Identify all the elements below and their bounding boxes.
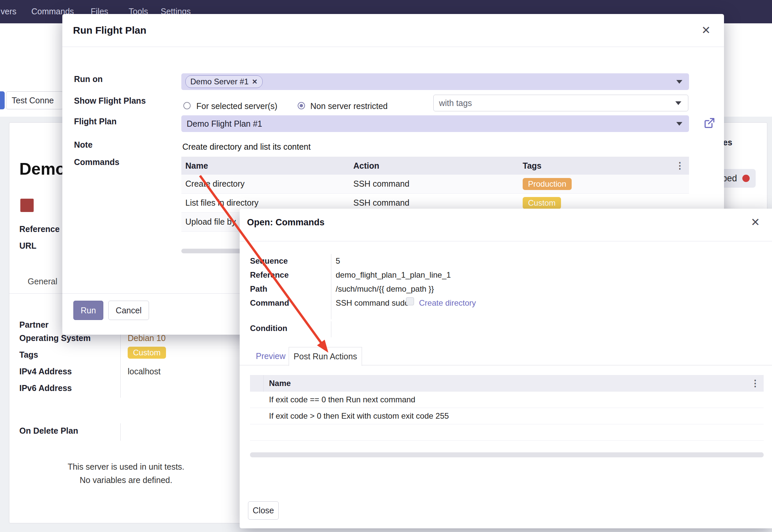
run-modal-title: Run Flight Plan — [73, 25, 146, 36]
server-chip-label: Demo Server #1 — [190, 77, 249, 86]
row-name: List files in directory — [185, 198, 259, 208]
row-tag-badge: Production — [523, 178, 572, 190]
partner-label: Partner — [19, 320, 49, 330]
flight-plan-select[interactable]: Demo Flight Plan #1 — [181, 115, 689, 132]
action-row[interactable]: If exit code > 0 then Exit with custom e… — [250, 408, 764, 424]
partial-blue-button[interactable] — [0, 91, 5, 109]
close-button[interactable]: Close — [248, 501, 279, 520]
commands-table-header: Name Action Tags ⋮ — [181, 157, 689, 175]
table-row[interactable]: Create directory SSH command Production — [181, 175, 689, 194]
close-icon[interactable]: ✕ — [701, 25, 711, 36]
selector-column — [250, 375, 264, 392]
col-name: Name — [185, 161, 208, 171]
chevron-down-icon — [675, 101, 681, 105]
col-name: Name — [269, 379, 291, 388]
actions-table-header: Name ⋮ — [250, 375, 764, 392]
reference-label: Reference — [250, 270, 289, 280]
commands-modal-title: Open: Commands — [247, 217, 325, 228]
right-partial-text: es — [723, 138, 732, 147]
command-link[interactable]: Create directory — [419, 298, 476, 308]
command-value: SSH command sudo — [336, 298, 409, 308]
run-on-select[interactable]: Demo Server #1 ✕ — [181, 73, 689, 90]
on-delete-plan-label: On Delete Plan — [19, 426, 78, 436]
condition-divider — [331, 321, 331, 337]
reference-label: Reference — [19, 224, 60, 234]
cancel-button[interactable]: Cancel — [108, 301, 149, 320]
action-row-text: If exit code == 0 then Run next command — [269, 395, 415, 404]
status-stopped-dot — [742, 175, 750, 182]
flight-plan-label: Flight Plan — [74, 117, 117, 126]
row-tag-badge: Custom — [523, 197, 561, 209]
chip-remove-icon[interactable]: ✕ — [252, 78, 258, 86]
condition-label: Condition — [250, 324, 287, 333]
radio-non-server-restricted-label[interactable]: Non server restricted — [310, 101, 388, 111]
action-row-text: If exit code > 0 then Exit with custom e… — [269, 411, 449, 421]
modal-header-divider — [240, 241, 772, 241]
kebab-menu-icon[interactable]: ⋮ — [675, 161, 684, 170]
run-button[interactable]: Run — [73, 301, 103, 320]
modal-header-divider — [62, 47, 724, 47]
screen: vers Commands Files Tools Settings Test … — [0, 0, 772, 532]
row-name: Create directory — [185, 179, 245, 189]
with-tags-placeholder: with tags — [439, 98, 472, 108]
tab-general[interactable]: General — [28, 277, 57, 286]
url-label: URL — [19, 241, 36, 251]
row-action: SSH command — [353, 198, 409, 208]
close-icon[interactable]: ✕ — [751, 217, 760, 228]
path-label: Path — [250, 284, 267, 294]
commands-label: Commands — [74, 157, 119, 167]
flight-plan-value: Demo Flight Plan #1 — [187, 119, 262, 129]
nav-item-servers[interactable]: vers — [1, 7, 16, 16]
kebab-menu-icon[interactable]: ⋮ — [751, 379, 760, 388]
tags-badge[interactable]: Custom — [128, 347, 166, 359]
radio-for-selected-servers[interactable] — [183, 102, 191, 109]
with-tags-select[interactable]: with tags — [433, 95, 688, 111]
color-swatch[interactable] — [20, 199, 34, 212]
show-flight-plans-label: Show Flight Plans — [74, 96, 146, 106]
tab-post-run-actions[interactable]: Post Run Actions — [289, 347, 362, 366]
chevron-down-icon — [676, 80, 682, 84]
radio-for-selected-servers-label[interactable]: For selected server(s) — [196, 101, 277, 111]
ipv6-label: IPv6 Address — [19, 383, 72, 393]
horizontal-scrollbar[interactable] — [250, 452, 764, 457]
server-heading: Demo — [19, 159, 66, 179]
flight-plan-description: Create directory and list its content — [182, 142, 311, 152]
command-checkbox[interactable] — [406, 297, 414, 305]
radio-non-server-restricted[interactable] — [298, 102, 305, 109]
external-link-icon[interactable] — [703, 117, 716, 131]
col-tags: Tags — [523, 161, 542, 171]
row-name: Upload file by — [185, 217, 236, 227]
test-connection-button[interactable]: Test Conne — [6, 91, 63, 109]
field-divider — [331, 254, 331, 319]
row-action: SSH command — [353, 179, 409, 189]
tags-label: Tags — [19, 350, 38, 360]
note-line-1: This server is used in unit tests. — [19, 460, 233, 473]
chevron-down-icon — [676, 122, 682, 126]
sequence-label: Sequence — [250, 256, 288, 266]
open-commands-modal: Open: Commands ✕ Sequence 5 Reference de… — [240, 209, 772, 528]
ipv4-label: IPv4 Address — [19, 367, 72, 376]
command-label: Command — [250, 298, 289, 308]
operating-system-label: Operating System — [19, 333, 91, 343]
operating-system-value[interactable]: Debian 10 — [128, 333, 166, 343]
server-chip[interactable]: Demo Server #1 ✕ — [185, 75, 263, 88]
note-label: Note — [74, 140, 93, 150]
ipv4-value: localhost — [128, 367, 161, 376]
path-value: /such/much/{{ demo_path }} — [336, 284, 434, 294]
field-divider-2 — [120, 423, 121, 441]
action-row[interactable]: If exit code == 0 then Run next command — [250, 392, 764, 408]
server-notes: This server is used in unit tests. No va… — [19, 460, 233, 487]
run-on-label: Run on — [74, 74, 103, 84]
note-line-2: No variables are defined. — [19, 473, 233, 487]
col-action: Action — [353, 161, 379, 171]
empty-row — [250, 424, 764, 441]
reference-value: demo_flight_plan_1_plan_line_1 — [336, 270, 451, 280]
tab-preview[interactable]: Preview — [256, 347, 286, 365]
sequence-value: 5 — [336, 256, 340, 266]
